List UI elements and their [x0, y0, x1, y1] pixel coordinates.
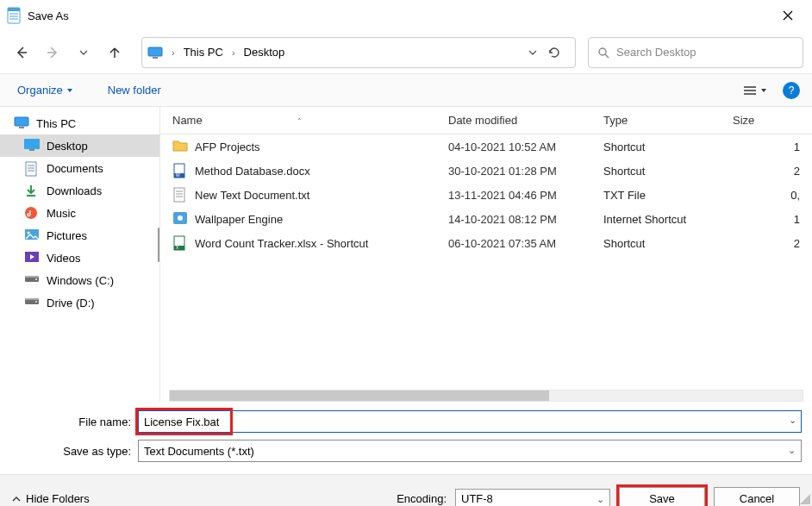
file-type: TXT File: [603, 189, 733, 202]
notepad-icon: [7, 7, 21, 24]
refresh-button[interactable]: [539, 46, 570, 59]
app-icon: [172, 211, 188, 227]
encoding-select[interactable]: UTF-8 ⌄: [455, 489, 610, 507]
up-button[interactable]: [102, 40, 128, 66]
back-button[interactable]: [9, 40, 34, 66]
column-headers[interactable]: Name˄ Date modified Type Size: [160, 107, 812, 134]
col-size[interactable]: Size: [733, 114, 803, 127]
sidebar-item-music[interactable]: Music: [0, 202, 159, 224]
svg-rect-28: [25, 276, 39, 278]
breadcrumb-seg-1[interactable]: Desktop: [240, 46, 289, 59]
address-dropdown-icon[interactable]: [528, 48, 537, 57]
cancel-label: Cancel: [740, 492, 774, 505]
view-menu[interactable]: [743, 85, 767, 96]
navbar: › This PC › Desktop Search Desktop: [0, 31, 812, 74]
svg-rect-36: [174, 188, 184, 202]
search-icon: [597, 47, 609, 59]
file-size: 0,: [733, 189, 803, 202]
svg-rect-14: [15, 117, 28, 126]
file-row[interactable]: Wallpaper Engine14-10-2021 08:12 PMInter…: [160, 207, 812, 231]
file-name: AFP Projects: [195, 141, 260, 153]
forward-button[interactable]: [40, 40, 66, 66]
save-label: Save: [649, 492, 675, 505]
svg-rect-8: [153, 57, 158, 59]
monitor-icon: [147, 47, 163, 59]
svg-rect-1: [8, 8, 20, 11]
col-name[interactable]: Name: [172, 114, 203, 127]
docx-icon: W: [172, 163, 188, 178]
file-type: Shortcut: [603, 165, 733, 178]
savetype-select[interactable]: Text Documents (*.txt) ⌄: [138, 440, 802, 462]
toolbar: Organize New folder ?: [0, 74, 812, 107]
organize-label: Organize: [17, 84, 63, 97]
chevron-down-icon: ⌄: [788, 445, 796, 456]
breadcrumb-seg-0[interactable]: This PC: [180, 46, 227, 59]
encoding-label: Encoding:: [397, 492, 447, 505]
search-placeholder: Search Desktop: [616, 46, 696, 59]
xlsx-icon: X: [172, 235, 188, 251]
cancel-button[interactable]: Cancel: [714, 487, 800, 507]
file-size: 2: [733, 237, 803, 250]
chevron-down-icon[interactable]: ⌄: [789, 415, 796, 426]
file-row[interactable]: New Text Document.txt13-11-2021 04:46 PM…: [160, 183, 812, 207]
sidebar-scrollbar-thumb[interactable]: [158, 228, 159, 262]
hide-folders-label: Hide Folders: [26, 492, 90, 505]
svg-rect-15: [19, 127, 24, 128]
savetype-value: Text Documents (*.txt): [144, 445, 254, 458]
bottom-bar: Hide Folders Encoding: UTF-8 ⌄ Save Canc…: [0, 474, 812, 506]
col-date[interactable]: Date modified: [448, 114, 603, 127]
svg-rect-16: [24, 139, 40, 149]
svg-point-9: [599, 48, 606, 55]
svg-rect-17: [29, 149, 34, 151]
sort-indicator-icon: ˄: [297, 117, 302, 126]
txt-icon: [172, 187, 188, 203]
organize-menu[interactable]: Organize: [12, 80, 78, 100]
sidebar-item-label: Documents: [47, 162, 103, 175]
documents-icon: [24, 161, 40, 175]
file-row[interactable]: WMethod Database.docx30-10-2021 01:28 PM…: [160, 159, 812, 183]
resize-grip[interactable]: [798, 492, 810, 504]
file-row[interactable]: AFP Projects04-10-2021 10:52 AMShortcut1: [160, 134, 812, 159]
scrollbar-thumb[interactable]: [170, 390, 549, 401]
sidebar: This PC DesktopDocumentsDownloadsMusicPi…: [0, 107, 160, 402]
file-date: 04-10-2021 10:52 AM: [448, 141, 603, 153]
sidebar-item-downloads[interactable]: Downloads: [0, 179, 159, 202]
sidebar-item-pictures[interactable]: Pictures: [0, 224, 159, 247]
file-row[interactable]: XWord Count Tracker.xlsx - Shortcut06-10…: [160, 231, 812, 255]
address-bar[interactable]: › This PC › Desktop: [141, 37, 576, 68]
close-button[interactable]: [771, 3, 805, 28]
svg-point-29: [35, 278, 37, 280]
file-name: Method Database.docx: [195, 165, 310, 178]
monitor-icon: [14, 116, 29, 130]
sidebar-item-videos[interactable]: Videos: [0, 247, 159, 269]
savetype-label: Save as type:: [10, 445, 138, 458]
help-button[interactable]: ?: [783, 82, 800, 99]
filename-input[interactable]: [138, 410, 802, 433]
sidebar-item-label: Desktop: [47, 140, 88, 153]
sidebar-item-drive[interactable]: Drive (D:): [0, 291, 159, 314]
new-folder-button[interactable]: New folder: [103, 80, 166, 100]
search-input[interactable]: Search Desktop: [588, 37, 803, 68]
sidebar-item-drive[interactable]: Windows (C:): [0, 269, 159, 291]
videos-icon: [24, 251, 40, 265]
col-type[interactable]: Type: [603, 114, 733, 127]
recent-dropdown[interactable]: [71, 40, 97, 66]
filename-label: File name:: [10, 415, 138, 428]
horizontal-scrollbar[interactable]: [169, 390, 803, 402]
sidebar-item-this-pc[interactable]: This PC: [0, 112, 159, 134]
sidebar-item-label: Videos: [47, 252, 81, 265]
file-date: 14-10-2021 08:12 PM: [448, 213, 603, 226]
file-fields: File name: ⌄ Save as type: Text Document…: [0, 402, 812, 474]
file-type: Internet Shortcut: [603, 213, 733, 226]
sidebar-item-label: Pictures: [47, 229, 87, 242]
new-folder-label: New folder: [108, 84, 161, 97]
file-size: 1: [733, 141, 803, 153]
sidebar-item-desktop[interactable]: Desktop: [0, 134, 159, 157]
file-name: Wallpaper Engine: [195, 213, 283, 226]
svg-rect-31: [25, 298, 39, 300]
svg-line-10: [605, 54, 609, 58]
hide-folders-button[interactable]: Hide Folders: [12, 492, 90, 505]
file-size: 2: [733, 165, 803, 178]
sidebar-item-documents[interactable]: Documents: [0, 157, 159, 179]
save-button[interactable]: Save: [619, 487, 705, 507]
